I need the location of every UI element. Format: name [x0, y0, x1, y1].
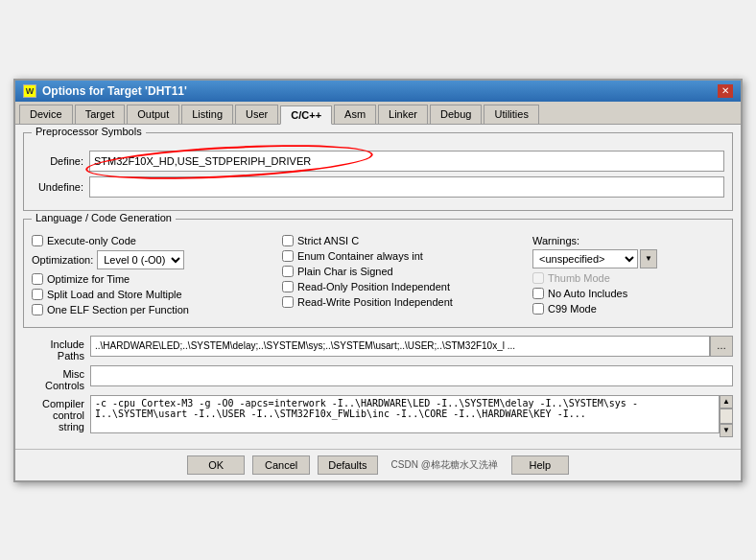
c99-mode-label: C99 Mode: [548, 303, 597, 315]
tab-target[interactable]: Target: [75, 105, 126, 124]
read-only-label: Read-Only Position Independent: [297, 281, 450, 292]
misc-controls-wrapper: [90, 365, 733, 386]
tab-debug[interactable]: Debug: [430, 105, 482, 124]
include-paths-browse-button[interactable]: …: [710, 336, 733, 357]
define-label: Define:: [32, 155, 89, 167]
read-write-label: Read-Write Position Independent: [297, 296, 453, 308]
optimization-select[interactable]: Level 0 (-O0): [97, 250, 184, 269]
tab-user[interactable]: User: [235, 105, 278, 124]
tab-output[interactable]: Output: [127, 105, 179, 124]
warnings-dropdown-btn[interactable]: ▼: [640, 249, 657, 268]
define-input-wrapper: [89, 151, 724, 172]
help-button[interactable]: Help: [511, 455, 569, 475]
read-write-row: Read-Write Position Independent: [282, 296, 525, 308]
include-paths-row: Include Paths …: [23, 336, 733, 362]
window-title: Options for Target 'DHT11': [42, 84, 187, 98]
read-write-checkbox[interactable]: [282, 296, 294, 308]
read-only-row: Read-Only Position Independent: [282, 281, 525, 292]
language-title: Language / Code Generation: [32, 212, 176, 223]
strict-ansi-row: Strict ANSI C: [282, 235, 525, 246]
no-auto-includes-row: No Auto Includes: [532, 288, 724, 299]
ok-button[interactable]: OK: [187, 455, 245, 475]
misc-controls-label: Misc Controls: [23, 365, 90, 391]
scrollbar-track: [720, 408, 733, 424]
enum-container-row: Enum Container always int: [282, 250, 525, 262]
enum-container-label: Enum Container always int: [297, 250, 423, 262]
tab-device[interactable]: Device: [19, 105, 73, 124]
execute-only-row: Execute-only Code: [32, 235, 274, 246]
lang-section: Execute-only Code Optimization: Level 0 …: [32, 235, 724, 319]
compiler-scrollbar: ▲ ▼: [720, 395, 733, 437]
plain-char-checkbox[interactable]: [282, 266, 294, 277]
tab-asm[interactable]: Asm: [334, 105, 376, 124]
include-paths-label: Include Paths: [23, 336, 90, 362]
strict-ansi-checkbox[interactable]: [282, 235, 294, 246]
scrollbar-up-button[interactable]: ▲: [720, 395, 733, 408]
one-elf-checkbox[interactable]: [32, 304, 43, 315]
warnings-select[interactable]: <unspecified>: [532, 249, 638, 268]
tab-utilities[interactable]: Utilities: [484, 105, 538, 124]
title-bar-left: W Options for Target 'DHT11': [23, 84, 187, 98]
optimize-time-row: Optimize for Time: [32, 273, 274, 285]
no-auto-includes-label: No Auto Includes: [548, 288, 627, 299]
undefine-row: Undefine:: [32, 176, 724, 198]
main-window: W Options for Target 'DHT11' ✕ Device Ta…: [13, 79, 743, 482]
execute-only-label: Execute-only Code: [47, 235, 136, 246]
compiler-control-label: Compiler control string: [23, 395, 90, 432]
content-area: Preprocessor Symbols Define: Undefine: L…: [15, 125, 741, 449]
warnings-label: Warnings:: [532, 235, 724, 246]
lang-col-right: Warnings: <unspecified> ▼ Thumb Mode No …: [532, 235, 724, 319]
misc-controls-row: Misc Controls: [23, 365, 733, 391]
optimize-time-checkbox[interactable]: [32, 273, 43, 285]
include-paths-wrapper: [90, 336, 710, 357]
preprocessor-title: Preprocessor Symbols: [32, 126, 146, 137]
language-group: Language / Code Generation Execute-only …: [23, 219, 733, 328]
compiler-control-wrapper: -c -cpu Cortex-M3 -g -O0 -apcs=interwork…: [90, 395, 720, 436]
one-elf-row: One ELF Section per Function: [32, 304, 274, 315]
thumb-mode-row: Thumb Mode: [532, 272, 724, 284]
bottom-bar: OK Cancel Defaults CSDN @棉花糖水又洗禅 Help: [15, 449, 741, 480]
plain-char-label: Plain Char is Signed: [297, 266, 393, 277]
no-auto-includes-checkbox[interactable]: [532, 288, 544, 299]
enum-container-checkbox[interactable]: [282, 250, 294, 262]
define-row: Define:: [32, 151, 724, 172]
tabs-row: Device Target Output Listing User C/C++ …: [15, 102, 741, 125]
app-icon: W: [23, 84, 36, 98]
thumb-mode-checkbox[interactable]: [532, 272, 544, 284]
misc-controls-input[interactable]: [90, 365, 733, 386]
warnings-select-row: <unspecified> ▼: [532, 249, 724, 268]
optimize-time-label: Optimize for Time: [47, 273, 130, 285]
read-only-checkbox[interactable]: [282, 281, 294, 292]
tab-listing[interactable]: Listing: [181, 105, 233, 124]
one-elf-label: One ELF Section per Function: [47, 304, 189, 315]
define-input[interactable]: [89, 151, 724, 172]
optimization-row: Optimization: Level 0 (-O0): [32, 250, 274, 269]
execute-only-checkbox[interactable]: [32, 235, 43, 246]
scrollbar-down-button[interactable]: ▼: [720, 424, 733, 437]
split-load-row: Split Load and Store Multiple: [32, 289, 274, 300]
undefine-label: Undefine:: [32, 181, 89, 193]
strict-ansi-label: Strict ANSI C: [297, 235, 359, 246]
defaults-button[interactable]: Defaults: [318, 455, 377, 475]
compiler-control-textarea[interactable]: -c -cpu Cortex-M3 -g -O0 -apcs=interwork…: [90, 395, 720, 433]
split-load-checkbox[interactable]: [32, 289, 43, 300]
undefine-input[interactable]: [89, 176, 724, 198]
tab-cpp[interactable]: C/C++: [280, 105, 332, 125]
paths-section: Include Paths … Misc Controls Compiler c…: [23, 336, 733, 437]
include-paths-input[interactable]: [90, 336, 710, 357]
optimization-label: Optimization:: [32, 254, 93, 266]
lang-col-middle: Strict ANSI C Enum Container always int …: [282, 235, 525, 319]
preprocessor-group: Preprocessor Symbols Define: Undefine:: [23, 132, 733, 211]
thumb-mode-label: Thumb Mode: [548, 272, 610, 284]
plain-char-row: Plain Char is Signed: [282, 266, 525, 277]
lang-col-left: Execute-only Code Optimization: Level 0 …: [32, 235, 274, 319]
tab-linker[interactable]: Linker: [378, 105, 428, 124]
cancel-button[interactable]: Cancel: [252, 455, 310, 475]
c99-mode-checkbox[interactable]: [532, 303, 544, 315]
split-load-label: Split Load and Store Multiple: [47, 289, 182, 300]
c99-mode-row: C99 Mode: [532, 303, 724, 315]
watermark: CSDN @棉花糖水又洗禅: [386, 455, 504, 475]
compiler-control-row: Compiler control string -c -cpu Cortex-M…: [23, 395, 733, 437]
close-button[interactable]: ✕: [718, 84, 733, 98]
title-bar: W Options for Target 'DHT11' ✕: [15, 81, 741, 102]
